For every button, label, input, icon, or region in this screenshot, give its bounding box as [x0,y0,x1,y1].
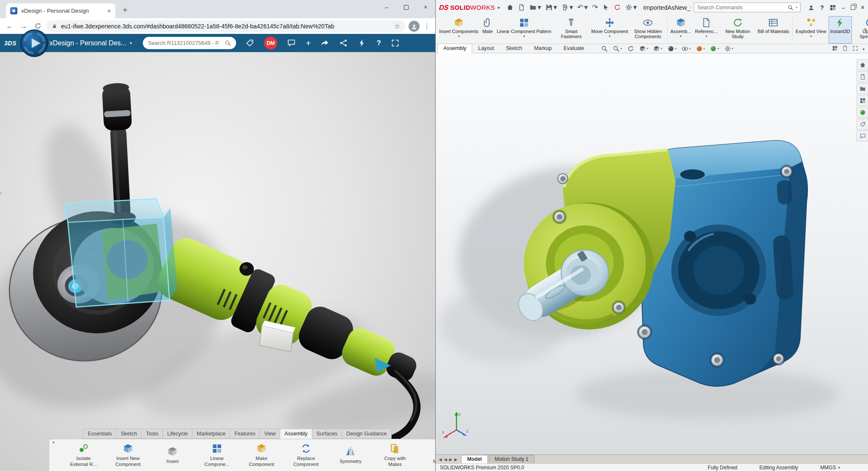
reload-icon[interactable] [32,22,43,30]
model-tab[interactable]: Model [461,455,488,463]
tab-assembly[interactable]: Assembly [437,44,472,53]
make-component-button[interactable]: Make Component [245,443,278,467]
command-search-box[interactable] [694,3,801,12]
tab-assembly[interactable]: Assembly [280,429,312,439]
tab-features[interactable]: Features [230,429,259,439]
reference-geometry-button[interactable]: Referenc... [693,16,720,44]
undo-icon[interactable] [577,4,588,11]
panel-expander-icon[interactable] [0,187,7,199]
solidworks-viewport[interactable]: y x z [436,53,868,454]
tab-layout[interactable]: Layout [472,44,500,53]
share-icon[interactable] [320,39,329,47]
search-scope-icon[interactable] [796,6,798,9]
command-search-input[interactable] [697,5,785,11]
fullscreen-icon[interactable] [391,39,400,47]
selected-gearbox-component[interactable] [64,199,177,307]
save-icon[interactable] [545,4,557,11]
menu-icon[interactable] [423,22,431,30]
show-hidden-components-button[interactable]: Show Hidden Components [630,16,666,44]
pane-doc-icon[interactable] [842,45,848,51]
rebuild-icon[interactable] [614,4,621,11]
new-document-icon[interactable] [518,4,525,11]
view-palette-icon[interactable] [857,95,868,106]
units-selector[interactable]: MMGS [820,465,840,471]
address-bar[interactable]: eu1-ifwe.3dexperience.3ds.com/#dashboard… [46,20,406,32]
app-menu[interactable]: xDesign - Personal Des... [50,39,132,47]
star-icon[interactable] [394,22,400,30]
chat-icon[interactable] [287,39,296,47]
actions-icon[interactable] [358,39,367,47]
new-tab-icon[interactable] [119,4,131,17]
tab-sketch[interactable]: Sketch [116,429,141,439]
display-style-icon[interactable] [668,45,677,52]
split-pane-icon[interactable] [832,45,838,51]
file-explorer-icon[interactable] [857,83,868,94]
open-icon[interactable] [529,4,541,11]
section-view-icon[interactable] [639,45,648,52]
share-network-icon[interactable] [339,39,348,47]
last-tab-icon[interactable] [454,457,457,462]
menu-expand-icon[interactable] [498,5,501,10]
zoom-fit-icon[interactable] [601,45,608,52]
viewport-3d-angle-grinder[interactable] [0,52,435,471]
isolate-external-button[interactable]: Isolate External R... [67,443,100,467]
hide-show-items-icon[interactable] [682,45,691,52]
tab-tools[interactable]: Tools [141,429,162,439]
xdesign-viewport[interactable]: Essentials Sketch Tools Lifecycle Market… [0,52,435,471]
collapse-toolbar-icon[interactable] [53,440,55,445]
expand-pane-icon[interactable] [852,45,858,51]
minimize-icon[interactable] [377,0,396,14]
assembly-features-button[interactable]: Assemb... [669,16,693,44]
view-settings-icon[interactable] [724,45,734,52]
tab-essentials[interactable]: Essentials [83,429,116,439]
compass-logo[interactable] [20,29,48,57]
search-box[interactable] [143,37,236,49]
tab-markup[interactable]: Markup [528,44,558,53]
close-icon[interactable] [416,0,435,14]
insert-components-button[interactable]: Insert Components [437,16,480,44]
design-library-icon[interactable] [857,71,868,82]
tab-surfaces[interactable]: Surfaces [312,429,342,439]
minimize-icon[interactable] [842,4,845,11]
viewport-3d-gearbox[interactable] [436,53,868,454]
tab-design-guidance[interactable]: Design Guidance [342,429,392,439]
solidworks-logo[interactable]: DS SOLIDWORKS [439,4,495,11]
search-icon[interactable] [225,40,231,46]
instant3d-button[interactable]: Instant3D [829,16,852,44]
new-motion-study-button[interactable]: New Motion Study [720,16,756,44]
back-icon[interactable] [4,22,15,30]
first-tab-icon[interactable] [439,457,442,462]
maximize-icon[interactable] [396,0,416,14]
copy-with-mates-button[interactable]: Copy with Mates [378,443,412,467]
close-icon[interactable] [861,4,865,11]
symmetry-button[interactable]: Symmetry [334,446,367,464]
insert-new-component-button[interactable]: Insert New Component [111,443,145,467]
properties-icon[interactable] [857,119,868,130]
user-badge[interactable]: DM [264,36,277,50]
exploded-view-button[interactable]: Exploded View [794,16,828,44]
view-orientation-icon[interactable] [653,45,662,52]
motion-study-tab[interactable]: Motion Study 1 [489,455,534,463]
login-user-icon[interactable] [808,4,815,11]
close-tab-icon[interactable] [107,8,111,14]
restore-icon[interactable] [851,5,855,10]
options-icon[interactable] [625,4,637,11]
linear-component-pattern-button[interactable]: Linear Component Pattern [495,16,553,44]
appearances-icon[interactable] [857,107,868,118]
browser-tab[interactable]: xDesign - Personal Design [6,3,115,18]
tab-lifecycle[interactable]: Lifecycle [162,429,192,439]
print-icon[interactable] [561,4,573,11]
bill-of-materials-button[interactable]: Bill of Materials [756,16,791,44]
tab-evaluate[interactable]: Evaluate [558,44,590,53]
collapse-ribbon-icon[interactable] [862,46,865,51]
linear-pattern-button[interactable]: Linear Compone... [200,443,234,467]
tag-icon[interactable] [245,39,254,47]
select-icon[interactable] [602,4,609,11]
url-text[interactable]: eu1-ifwe.3dexperience.3ds.com/#dashboard… [61,23,390,30]
previous-view-icon[interactable] [627,45,634,52]
search-icon[interactable] [787,5,793,11]
mirror-button[interactable]: Mirror [423,446,435,464]
help-icon[interactable] [376,39,381,47]
forum-icon[interactable] [857,130,868,141]
window-layout-icon[interactable] [829,4,836,11]
